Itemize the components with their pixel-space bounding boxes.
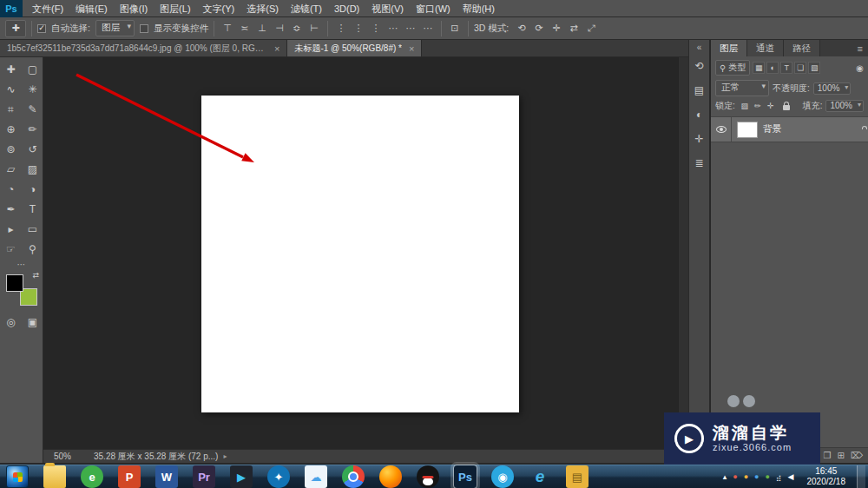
collapsed-color-icon[interactable]: ≣ [691, 155, 707, 171]
clone-stamp-tool[interactable]: ⊚ [2, 140, 21, 158]
distribute-bottom-edges-icon[interactable]: ⋮ [368, 21, 384, 36]
menu-item[interactable]: 帮助(H) [457, 0, 501, 17]
taskbar-chrome[interactable] [342, 465, 365, 488]
menu-item[interactable]: 滤镜(T) [285, 0, 328, 17]
distribute-top-edges-icon[interactable]: ⋮ [333, 21, 349, 36]
taskbar-compass-app[interactable]: ✦ [267, 465, 290, 488]
align-horizontal-centers-icon[interactable]: ≎ [289, 21, 305, 36]
taskbar-firefox[interactable] [379, 465, 402, 488]
taskbar-green-browser[interactable]: e [81, 465, 103, 488]
show-transform-checkbox[interactable] [140, 24, 148, 33]
move-tool[interactable]: ✚ [2, 60, 21, 78]
distribute-left-edges-icon[interactable]: ⋯ [385, 21, 401, 36]
filter-smart-objects-icon[interactable]: ▧ [808, 62, 820, 74]
tray-icon-3[interactable]: ● [754, 472, 759, 481]
type-tool[interactable]: T [23, 200, 43, 218]
tab-close-icon[interactable]: × [409, 43, 414, 54]
panel-tab-paths[interactable]: 路径 [784, 40, 820, 56]
show-desktop-button[interactable] [857, 465, 865, 488]
panel-tab-channels[interactable]: 通道 [747, 40, 784, 56]
auto-select-checkbox[interactable] [37, 24, 46, 33]
screen-mode-icon[interactable]: ▣ [23, 313, 43, 331]
layer-thumbnail[interactable] [737, 122, 758, 138]
collapsed-history-icon[interactable]: ⟲ [691, 57, 707, 74]
layer-group-icon[interactable]: ❐ [824, 451, 832, 460]
eyedropper-tool[interactable]: ✎ [23, 100, 43, 118]
taskbar-cloud-app[interactable]: ☁ [305, 465, 327, 488]
tray-icon-2[interactable]: ● [744, 472, 748, 481]
align-bottom-edges-icon[interactable]: ⊥ [254, 21, 270, 36]
filter-type-layers-icon[interactable]: T [780, 62, 792, 74]
distribute-vertical-centers-icon[interactable]: ⋮ [351, 21, 366, 36]
collapsed-adjustments-icon[interactable]: ◐ [691, 106, 707, 122]
eraser-tool[interactable]: ▱ [2, 160, 21, 178]
history-brush-tool[interactable]: ↺ [23, 140, 43, 158]
3d-rotate-icon[interactable]: ⟲ [514, 21, 529, 36]
spot-healing-brush-tool[interactable]: ⊕ [2, 120, 21, 138]
taskbar-notes-app[interactable]: ▤ [566, 465, 589, 488]
layer-visibility-cell[interactable] [711, 117, 732, 142]
document-info[interactable]: 35.28 厘米 x 35.28 厘米 (72 p...) ▸ [94, 451, 227, 463]
layer-row-background[interactable]: 背景 [711, 117, 868, 142]
taskbar-qq[interactable] [417, 465, 439, 488]
layer-filter-dropdown[interactable]: ⚲ 类型 [715, 60, 750, 76]
menu-item[interactable]: 选择(S) [240, 0, 285, 17]
3d-pan-icon[interactable]: ✛ [549, 21, 564, 36]
document-tab-2[interactable]: 未标题-1 @ 50%(RGB/8#) * × [287, 40, 422, 56]
menu-item[interactable]: 图像(I) [114, 0, 154, 17]
filter-shape-layers-icon[interactable]: ❏ [794, 62, 806, 74]
menu-item[interactable]: 视图(V) [365, 0, 410, 17]
taskbar-premiere[interactable]: Pr [193, 465, 215, 488]
blend-mode-dropdown[interactable]: 正常 [715, 80, 769, 96]
expand-panels-icon[interactable]: « [697, 43, 702, 52]
quick-mask-icon[interactable]: ◎ [2, 313, 21, 331]
filter-adjustment-layers-icon[interactable]: ◐ [766, 62, 779, 74]
delete-layer-icon[interactable]: ⌦ [851, 451, 863, 460]
align-left-edges-icon[interactable]: ⊣ [272, 21, 287, 36]
lock-transparent-pixels-icon[interactable]: ▨ [739, 100, 751, 112]
menu-item[interactable]: 图层(L) [154, 0, 196, 17]
menu-item[interactable]: 3D(D) [328, 0, 365, 17]
vertical-scrollbar[interactable] [678, 57, 688, 449]
hand-tool[interactable]: ☞ [2, 240, 21, 258]
3d-scale-icon[interactable]: ⤢ [583, 21, 599, 36]
3d-roll-icon[interactable]: ⟳ [531, 21, 547, 36]
auto-align-icon[interactable]: ⊡ [447, 21, 463, 36]
foreground-color-swatch[interactable] [6, 274, 23, 292]
menu-item[interactable]: 文字(Y) [197, 0, 241, 17]
align-top-edges-icon[interactable]: ⊤ [220, 21, 235, 36]
taskbar-video-app[interactable]: ▶ [230, 465, 253, 488]
taskbar-clock[interactable]: 16:45 2020/2/18 [807, 466, 846, 488]
document-tab-1[interactable]: 1b5c7ef32511be735d3a7dd71a8644c9.jpg @ 1… [0, 40, 287, 56]
document-canvas[interactable] [201, 96, 519, 412]
zoom-tool[interactable]: ⚲ [23, 240, 43, 258]
tools-overflow-icon[interactable]: ⋯ [0, 260, 43, 269]
quick-selection-tool[interactable]: ✳ [23, 80, 43, 98]
zoom-level-field[interactable]: 50% [54, 452, 80, 461]
tab-close-icon[interactable]: × [274, 43, 279, 54]
tray-volume-icon[interactable]: ◀ [788, 472, 794, 481]
lasso-tool[interactable]: ∿ [2, 80, 21, 98]
lock-all-icon[interactable] [780, 100, 792, 112]
swap-colors-icon[interactable]: ⇄ [32, 271, 39, 280]
pen-tool[interactable]: ✒ [2, 200, 21, 218]
distribute-right-edges-icon[interactable]: ⋯ [420, 21, 436, 36]
taskbar-ie[interactable]: e [529, 465, 551, 488]
fill-value[interactable]: 100% [825, 100, 864, 112]
current-tool-icon[interactable]: ✚ [5, 20, 26, 37]
canvas-workspace[interactable] [43, 57, 688, 449]
panel-tab-layers[interactable]: 图层 [711, 40, 747, 56]
align-vertical-centers-icon[interactable]: ≍ [237, 21, 253, 36]
lock-image-pixels-icon[interactable]: ✏ [752, 100, 764, 112]
gradient-tool[interactable]: ▨ [23, 160, 43, 178]
collapsed-properties-icon[interactable]: ▤ [691, 82, 707, 98]
lock-position-icon[interactable]: ✛ [765, 100, 777, 112]
taskbar-word[interactable]: W [155, 465, 178, 488]
distribute-horizontal-centers-icon[interactable]: ⋯ [403, 21, 418, 36]
filter-pixel-layers-icon[interactable]: ▦ [753, 62, 765, 74]
crop-tool[interactable]: ⌗ [2, 100, 21, 118]
brush-tool[interactable]: ✏ [23, 120, 43, 138]
menu-item[interactable]: 窗口(W) [410, 0, 457, 17]
menu-item[interactable]: 编辑(E) [69, 0, 114, 17]
tray-expand-icon[interactable]: ▴ [723, 472, 727, 481]
